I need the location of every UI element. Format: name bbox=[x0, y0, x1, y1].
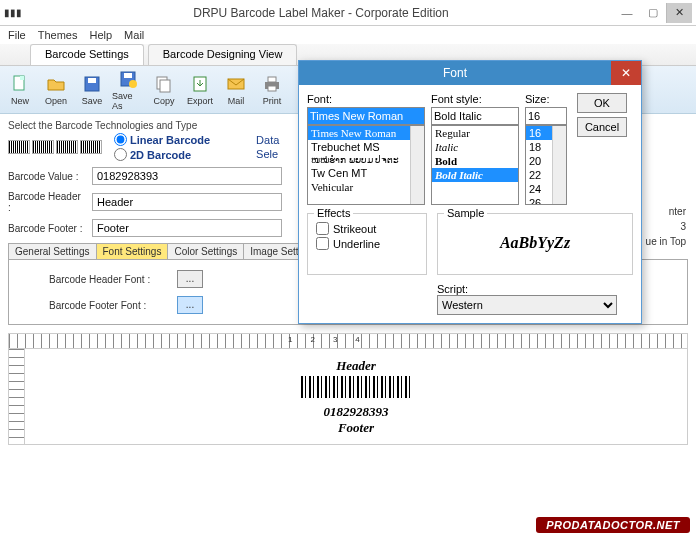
font-label: Font: bbox=[307, 93, 425, 105]
radio-linear-input[interactable] bbox=[114, 133, 127, 146]
cancel-button[interactable]: Cancel bbox=[577, 117, 627, 137]
effects-group: Effects Strikeout Underline bbox=[307, 213, 427, 275]
svg-rect-3 bbox=[88, 78, 96, 83]
barcode-footer-label: Barcode Footer : bbox=[8, 223, 86, 234]
tab-designing-view[interactable]: Barcode Designing View bbox=[148, 44, 298, 65]
thumb-3 bbox=[56, 140, 78, 154]
preview-value: 0182928393 bbox=[301, 404, 411, 420]
size-label: Size: bbox=[525, 93, 567, 105]
watermark: PRODATADOCTOR.NET bbox=[536, 517, 690, 533]
radio-2d-input[interactable] bbox=[114, 148, 127, 161]
thumb-4 bbox=[80, 140, 102, 154]
footer-font-button[interactable]: ... bbox=[177, 296, 203, 314]
menu-mail[interactable]: Mail bbox=[124, 29, 144, 41]
size-list[interactable]: 16 18 20 22 24 26 28 bbox=[525, 125, 567, 205]
close-button[interactable]: ✕ bbox=[666, 3, 692, 23]
minimize-button[interactable]: — bbox=[614, 3, 640, 23]
strikeout-checkbox[interactable]: Strikeout bbox=[316, 222, 418, 235]
new-button[interactable]: New bbox=[4, 74, 36, 106]
style-italic[interactable]: Italic bbox=[432, 140, 518, 154]
script-row: Script: Western bbox=[437, 283, 633, 315]
save-button[interactable]: Save bbox=[76, 74, 108, 106]
thumb-2 bbox=[32, 140, 54, 154]
style-bold-italic[interactable]: Bold Italic bbox=[432, 168, 518, 182]
svg-rect-13 bbox=[268, 86, 276, 91]
strikeout-input[interactable] bbox=[316, 222, 329, 235]
style-list[interactable]: Regular Italic Bold Bold Italic bbox=[431, 125, 519, 205]
barcode-header-input[interactable] bbox=[92, 193, 282, 211]
export-button[interactable]: Export bbox=[184, 74, 216, 106]
svg-rect-12 bbox=[268, 77, 276, 82]
font-item-vehicular[interactable]: Vehicular bbox=[308, 180, 424, 194]
maximize-button[interactable]: ▢ bbox=[640, 3, 666, 23]
sample-text: AaBbYyZz bbox=[446, 220, 624, 266]
underline-input[interactable] bbox=[316, 237, 329, 250]
font-item-extra[interactable]: ໜໝ່ຮຳກ ພຍບມ ປຈຕະ bbox=[308, 154, 424, 166]
font-list-scrollbar[interactable] bbox=[410, 126, 424, 204]
menu-file[interactable]: File bbox=[8, 29, 26, 41]
right-ue: ue in Top bbox=[646, 236, 686, 247]
style-input[interactable] bbox=[431, 107, 519, 125]
style-bold[interactable]: Bold bbox=[432, 154, 518, 168]
window-controls: — ▢ ✕ bbox=[614, 3, 692, 23]
thumb-1 bbox=[8, 140, 30, 154]
barcode-footer-input[interactable] bbox=[92, 219, 282, 237]
app-icon: ▮▮▮ bbox=[4, 7, 28, 18]
mail-button[interactable]: Mail bbox=[220, 74, 252, 106]
ruler-ticks: 1234 bbox=[288, 335, 360, 344]
menu-bar: File Themes Help Mail bbox=[0, 26, 696, 44]
print-button[interactable]: Print bbox=[256, 74, 288, 106]
save-as-button[interactable]: Save As bbox=[112, 69, 144, 111]
font-item-trebuchet[interactable]: Trebuchet MS bbox=[308, 140, 424, 154]
preview-footer: Footer bbox=[301, 420, 411, 436]
font-item-twcen[interactable]: Tw Cen MT bbox=[308, 166, 424, 180]
svg-rect-8 bbox=[160, 80, 170, 92]
tab-color-settings[interactable]: Color Settings bbox=[167, 243, 244, 259]
side-sele-label: Sele bbox=[256, 148, 279, 160]
right-three: 3 bbox=[646, 221, 686, 232]
radio-linear[interactable]: Linear Barcode bbox=[114, 133, 210, 146]
underline-checkbox[interactable]: Underline bbox=[316, 237, 418, 250]
font-dialog-close-button[interactable]: ✕ bbox=[611, 61, 641, 85]
copy-button[interactable]: Copy bbox=[148, 74, 180, 106]
header-font-button[interactable]: ... bbox=[177, 270, 203, 288]
menu-themes[interactable]: Themes bbox=[38, 29, 78, 41]
font-dialog-title: Font bbox=[299, 66, 611, 80]
ruler-vertical bbox=[9, 349, 25, 444]
open-button[interactable]: Open bbox=[40, 74, 72, 106]
barcode-value-input[interactable] bbox=[92, 167, 282, 185]
font-dialog-titlebar: Font ✕ bbox=[299, 61, 641, 85]
font-input[interactable] bbox=[307, 107, 425, 125]
menu-help[interactable]: Help bbox=[89, 29, 112, 41]
tab-font-settings[interactable]: Font Settings bbox=[96, 243, 169, 259]
script-label: Script: bbox=[437, 283, 633, 295]
font-dialog: Font ✕ Font: Times New Roman Trebuchet M… bbox=[298, 60, 642, 324]
svg-point-6 bbox=[129, 80, 137, 88]
barcode-thumbs bbox=[8, 140, 102, 154]
tab-barcode-settings[interactable]: Barcode Settings bbox=[30, 44, 144, 65]
barcode-header-label: Barcode Header : bbox=[8, 191, 86, 213]
sample-group: Sample AaBbYyZz bbox=[437, 213, 633, 275]
tab-general-settings[interactable]: General Settings bbox=[8, 243, 97, 259]
ok-button[interactable]: OK bbox=[577, 93, 627, 113]
title-bar: ▮▮▮ DRPU Barcode Label Maker - Corporate… bbox=[0, 0, 696, 26]
style-regular[interactable]: Regular bbox=[432, 126, 518, 140]
window-title: DRPU Barcode Label Maker - Corporate Edi… bbox=[28, 6, 614, 20]
radio-2d[interactable]: 2D Barcode bbox=[114, 148, 210, 161]
right-cut-panel: nter 3 ue in Top bbox=[646, 202, 686, 251]
header-font-label: Barcode Header Font : bbox=[49, 274, 169, 285]
script-select[interactable]: Western bbox=[437, 295, 617, 315]
style-label: Font style: bbox=[431, 93, 519, 105]
footer-font-label: Barcode Footer Font : bbox=[49, 300, 169, 311]
sample-legend: Sample bbox=[444, 207, 487, 219]
effects-legend: Effects bbox=[314, 207, 353, 219]
svg-rect-5 bbox=[124, 73, 132, 78]
preview-area: Header 0182928393 Footer bbox=[8, 349, 688, 445]
preview-header: Header bbox=[301, 358, 411, 374]
side-data-label: Data bbox=[256, 134, 279, 146]
font-list[interactable]: Times New Roman Trebuchet MS ໜໝ່ຮຳກ ພຍບມ… bbox=[307, 125, 425, 205]
size-input[interactable] bbox=[525, 107, 567, 125]
barcode-preview: Header 0182928393 Footer bbox=[25, 349, 687, 444]
font-item-tnr[interactable]: Times New Roman bbox=[308, 126, 424, 140]
size-list-scrollbar[interactable] bbox=[552, 126, 566, 204]
